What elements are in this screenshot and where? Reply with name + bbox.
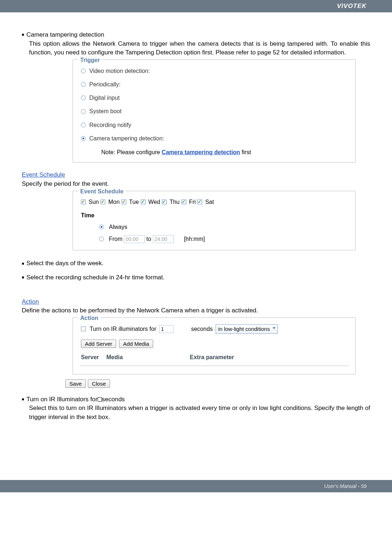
radio-icon (81, 123, 86, 127)
action-subtitle: Define the actions to be performed by th… (22, 306, 370, 315)
to-time-input[interactable] (153, 235, 174, 243)
bullet-text: Select the days of the week. (26, 259, 104, 268)
radio-label: System boot (89, 107, 122, 115)
divider (79, 366, 349, 366)
note-suffix: first (240, 149, 251, 155)
save-button[interactable]: Save (65, 379, 86, 388)
brand-text: VIVOTEK (337, 3, 367, 10)
header-bar: VIVOTEK (0, 0, 392, 12)
from-label: From (109, 235, 122, 243)
close-button[interactable]: Close (88, 379, 110, 388)
square-bullet-icon: ■ (22, 32, 24, 38)
camera-tampering-heading: ■ Camera tampering detection (22, 30, 370, 40)
illuminator-condition-dropdown[interactable]: in low-light conditions (216, 324, 278, 334)
ir-body: Select this to turn on IR Illuminators w… (29, 404, 370, 422)
radio-always[interactable]: Always (79, 221, 349, 233)
camera-tampering-title: Camera tampering detection (26, 30, 105, 40)
radio-label: Camera tampering detection: (89, 134, 164, 143)
radio-label: Always (109, 223, 127, 231)
camera-tampering-body: This option allows the Network Camera to… (29, 40, 370, 57)
radio-from[interactable]: From to [hh:mm] (79, 233, 349, 245)
event-schedule-subtitle: Specify the period for the event. (22, 180, 370, 189)
action-legend: Action (78, 314, 101, 322)
add-server-button[interactable]: Add Server (81, 340, 116, 348)
square-bullet-icon: ■ (22, 261, 24, 267)
checkbox-tue[interactable] (122, 200, 126, 204)
radio-icon (99, 237, 104, 241)
footer-text: User's Manual - 59 (324, 483, 367, 489)
checkbox-placeholder-icon (98, 397, 102, 402)
checkbox-illuminator[interactable] (81, 327, 86, 331)
from-time-input[interactable] (124, 235, 145, 243)
footer-bar: User's Manual - 59 (0, 480, 392, 492)
day-label: Mon (108, 198, 119, 206)
radio-icon (99, 225, 104, 229)
bullet-text: Select the recording schedule in 24-hr t… (26, 273, 165, 282)
radio-recording-notify[interactable]: Recording notify (79, 118, 349, 132)
col-extra: Extra parameter (190, 353, 234, 361)
trigger-note: Note: Please configure Camera tampering … (79, 145, 349, 157)
trigger-fieldset: Trigger Video motion detection: Periodic… (73, 59, 356, 163)
radio-icon (81, 95, 86, 100)
days-row: Sun Mon Tue Wed Thu Fri Sat (79, 196, 349, 210)
bullet-days: ■ Select the days of the week. (22, 259, 370, 268)
radio-periodically[interactable]: Periodically: (79, 78, 349, 91)
radio-system-boot[interactable]: System boot (79, 104, 349, 118)
server-buttons-row: Add Server Add Media (79, 337, 349, 352)
radio-camera-tampering[interactable]: Camera tampering detection: (79, 132, 349, 145)
col-media: Media (106, 353, 190, 361)
time-heading: Time (79, 210, 349, 221)
event-schedule-fieldset: Event Schedule Sun Mon Tue Wed Thu Fri S… (73, 191, 356, 251)
col-server: Server (81, 353, 106, 361)
ir-title-suffix: seconds (102, 395, 125, 404)
ir-title-prefix: Turn on IR Illuminators for (26, 395, 98, 404)
square-bullet-icon: ■ (22, 397, 24, 402)
day-label: Fri (189, 198, 196, 206)
radio-digital-input[interactable]: Digital input (79, 91, 349, 104)
day-label: Sun (89, 198, 99, 206)
day-label: Thu (170, 198, 180, 206)
day-label: Wed (148, 198, 160, 206)
trigger-legend: Trigger (78, 56, 102, 64)
radio-icon (81, 136, 86, 141)
camera-tampering-link[interactable]: Camera tampering detection (162, 149, 240, 155)
checkbox-thu[interactable] (162, 200, 167, 204)
radio-label: Periodically: (89, 80, 121, 89)
event-schedule-link[interactable]: Event Schedule (22, 171, 65, 180)
illuminator-seconds-input[interactable] (159, 325, 173, 333)
radio-label: Recording notify (89, 121, 131, 129)
bullet-schedule: ■ Select the recording schedule in 24-hr… (22, 273, 370, 282)
day-label: Tue (129, 198, 139, 206)
illuminator-row: Turn on IR illuminators for seconds in l… (79, 322, 349, 337)
illuminator-label: Turn on IR illuminators for (90, 325, 156, 333)
action-table-header: Server Media Extra parameter (79, 352, 349, 363)
checkbox-fri[interactable] (181, 200, 186, 204)
checkbox-sun[interactable] (81, 200, 86, 204)
checkbox-sat[interactable] (197, 200, 202, 204)
radio-icon (81, 69, 86, 73)
ir-illuminators-heading: ■ Turn on IR Illuminators for seconds (22, 395, 370, 404)
radio-icon (81, 109, 86, 114)
radio-icon (81, 82, 86, 87)
radio-label: Digital input (89, 94, 120, 102)
hhmm-label: [hh:mm] (184, 235, 205, 243)
checkbox-wed[interactable] (141, 200, 146, 204)
event-schedule-legend: Event Schedule (78, 187, 126, 196)
checkbox-mon[interactable] (101, 200, 105, 204)
radio-video-motion[interactable]: Video motion detection: (79, 64, 349, 78)
radio-label: Video motion detection: (89, 67, 150, 75)
note-prefix: Note: Please configure (101, 149, 162, 155)
action-fieldset: Action Turn on IR illuminators for secon… (73, 317, 356, 374)
page-content: ■ Camera tampering detection This option… (0, 12, 392, 422)
seconds-label: seconds (191, 325, 213, 333)
square-bullet-icon: ■ (22, 275, 24, 280)
save-close-row: Save Close (65, 379, 370, 388)
add-media-button[interactable]: Add Media (119, 340, 153, 348)
day-label: Sat (205, 198, 214, 206)
action-link[interactable]: Action (22, 297, 39, 307)
to-label: to (146, 235, 151, 243)
